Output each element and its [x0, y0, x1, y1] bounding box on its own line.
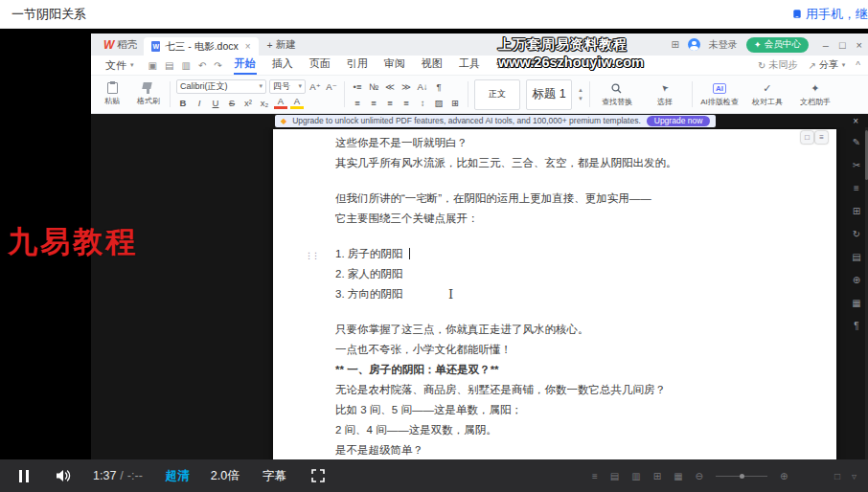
- file-menu-button[interactable]: 文件 ▾: [99, 58, 141, 73]
- tab-review[interactable]: 审阅: [383, 56, 406, 75]
- banner-close-icon[interactable]: ×: [853, 116, 858, 126]
- doc-assistant-button[interactable]: ✦ 文档助手: [794, 78, 836, 111]
- format-painter-button[interactable]: 格式刷: [133, 78, 164, 111]
- justify-button[interactable]: ≡: [400, 96, 413, 110]
- volume-button[interactable]: [56, 469, 72, 482]
- view-column-icon[interactable]: ▦: [674, 471, 682, 481]
- pen-icon[interactable]: ✎: [853, 137, 860, 147]
- font-color-button[interactable]: A: [274, 97, 287, 109]
- print-icon[interactable]: ▥: [181, 60, 190, 71]
- doc-paragraph[interactable]: 其实几乎所有风水流派，比如三元、三合、玄空，都是从阴阳出发的。: [335, 153, 781, 173]
- zoom-slider-handle[interactable]: [740, 474, 744, 479]
- export-pdf-icon[interactable]: ▤: [165, 60, 173, 71]
- style-normal[interactable]: 正文: [474, 79, 520, 110]
- close-icon[interactable]: ×: [857, 39, 862, 51]
- pages-icon[interactable]: ▤: [852, 252, 860, 262]
- view-page-icon[interactable]: ▤: [610, 471, 619, 481]
- document-tab[interactable]: W 七三 - 电影.docx ×: [144, 37, 258, 56]
- align-left-button[interactable]: ≡: [351, 96, 364, 110]
- share-button[interactable]: ↗ 分享 ▾: [808, 58, 845, 72]
- doc-paragraph[interactable]: 只要你掌握了这三点，你就真正走进了风水的核心。: [335, 320, 781, 340]
- style-heading1[interactable]: 标题 1: [526, 79, 572, 110]
- shading-button[interactable]: ▨: [432, 96, 445, 110]
- outline-icon[interactable]: ≡: [815, 131, 828, 144]
- tab-reference[interactable]: 引用: [346, 56, 369, 75]
- doc-paragraph[interactable]: 无论是农村院落、商品房、别墅还是商铺，你数一数它总共几间房？: [335, 380, 781, 400]
- watch-on-phone-link[interactable]: 用手机，继: [793, 6, 868, 23]
- document-page[interactable]: 这些你是不是一听就明白？ 其实几乎所有风水流派，比如三元、三合、玄空，都是从阴阳…: [273, 129, 836, 459]
- split-view-icon[interactable]: □: [801, 131, 813, 144]
- find-replace-button[interactable]: 查找替换: [596, 78, 638, 111]
- minimize-icon[interactable]: –: [823, 39, 829, 51]
- login-status[interactable]: 未登录: [709, 38, 738, 52]
- mini-window-icon[interactable]: □: [834, 471, 840, 481]
- styles-down-icon[interactable]: ▼: [578, 96, 583, 101]
- doc-paragraph[interactable]: 它主要围绕三个关键点展开：: [335, 209, 781, 229]
- collapse-ribbon-icon[interactable]: ^: [856, 60, 860, 71]
- highlight-color-button[interactable]: A: [290, 97, 304, 109]
- bold-button[interactable]: B: [176, 96, 190, 110]
- select-button[interactable]: ➤ 选择: [644, 78, 686, 111]
- tab-tools[interactable]: 工具: [458, 56, 481, 75]
- paste-button[interactable]: 粘贴: [97, 78, 127, 111]
- proofread-tools-button[interactable]: ✓ 校对工具: [746, 78, 788, 111]
- subtitles-button[interactable]: 字幕: [263, 468, 286, 484]
- upgrade-now-button[interactable]: Upgrade now: [647, 116, 711, 126]
- drag-handle-icon[interactable]: ⋮⋮: [305, 246, 318, 266]
- table-icon[interactable]: ⊞: [853, 206, 860, 216]
- doc-list-item[interactable]: ⋮⋮ 1. 房子的阴阳: [335, 244, 781, 264]
- ai-layout-check-button[interactable]: AI AI排版检查: [698, 78, 741, 111]
- borders-button[interactable]: ⊞: [448, 96, 462, 110]
- undo-icon[interactable]: ↶: [198, 60, 206, 71]
- doc-paragraph[interactable]: 是不是超级简单？: [335, 440, 781, 459]
- line-spacing-button[interactable]: ↕: [416, 96, 429, 110]
- video-area[interactable]: W 稻壳 W 七三 - 电影.docx × + 新建 ⊞ 未登录 ✦ 会员中心: [0, 29, 868, 492]
- decrease-indent-button[interactable]: ≪: [383, 79, 397, 94]
- tab-page[interactable]: 页面: [308, 56, 331, 75]
- numbered-list-button[interactable]: №: [367, 79, 380, 94]
- maximize-icon[interactable]: □: [839, 39, 846, 51]
- tab-view[interactable]: 视图: [421, 56, 444, 75]
- doc-paragraph[interactable]: ** 一、房子的阴阳：单还是双？**: [335, 360, 781, 380]
- new-tab-button[interactable]: + 新建: [259, 38, 305, 52]
- styles-up-icon[interactable]: ▲: [578, 87, 583, 93]
- save-icon[interactable]: ▣: [148, 60, 157, 71]
- zoom-slider[interactable]: [716, 476, 767, 477]
- align-center-button[interactable]: ≡: [367, 96, 380, 110]
- underline-button[interactable]: U: [209, 96, 222, 110]
- doc-list-item[interactable]: 3. 方向的阴阳 I: [335, 284, 781, 304]
- increase-indent-button[interactable]: ≫: [400, 79, 413, 94]
- doc-paragraph[interactable]: 这些你是不是一听就明白？: [335, 133, 781, 153]
- wps-home-tab[interactable]: W 稻壳: [97, 38, 144, 52]
- history-icon[interactable]: ↻: [853, 229, 860, 239]
- align-right-button[interactable]: ≡: [383, 96, 397, 110]
- zoom-out-icon[interactable]: ⊖: [696, 471, 703, 481]
- chevron-icon[interactable]: ▿: [852, 471, 857, 481]
- bullet-list-button[interactable]: •≡: [351, 79, 364, 94]
- grid-icon[interactable]: ▦: [852, 298, 860, 308]
- redo-icon[interactable]: ↷: [214, 60, 221, 71]
- strikethrough-button[interactable]: S: [225, 96, 239, 110]
- sort-button[interactable]: A↓: [416, 79, 429, 94]
- sync-status[interactable]: ↻ 未同步: [758, 58, 797, 72]
- add-icon[interactable]: ⊕: [853, 275, 860, 285]
- vip-center-button[interactable]: ✦ 会员中心: [746, 37, 809, 53]
- doc-paragraph[interactable]: 但我们所讲的“一宅断”，在阴阳的运用上更加直接、更加实用——: [335, 189, 781, 209]
- font-size-select[interactable]: 四号 ▾: [269, 79, 306, 94]
- tab-insert[interactable]: 插入: [271, 56, 294, 75]
- decrease-font-button[interactable]: A⁻: [325, 79, 338, 94]
- tab-home[interactable]: 开始: [234, 56, 257, 75]
- list-icon[interactable]: ≡: [854, 183, 859, 193]
- view-grid-icon[interactable]: ⊞: [653, 471, 661, 481]
- italic-button[interactable]: I: [193, 96, 206, 110]
- quality-selector[interactable]: 超清: [166, 468, 190, 484]
- window-layout-icon[interactable]: ⊞: [671, 39, 678, 50]
- avatar[interactable]: [688, 38, 700, 51]
- pause-button[interactable]: [19, 470, 29, 482]
- view-web-icon[interactable]: ▥: [631, 471, 640, 481]
- superscript-button[interactable]: x²: [241, 96, 255, 110]
- doc-list-item[interactable]: 2. 家人的阴阳: [335, 264, 781, 284]
- font-family-select[interactable]: Calibri(正文) ▾: [176, 79, 266, 94]
- fullscreen-button[interactable]: [311, 469, 325, 482]
- view-outline-icon[interactable]: ≡: [592, 471, 598, 481]
